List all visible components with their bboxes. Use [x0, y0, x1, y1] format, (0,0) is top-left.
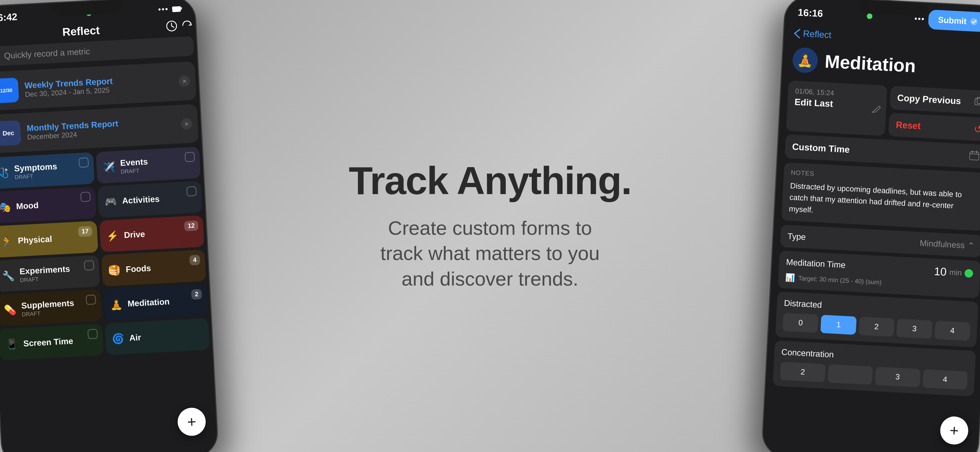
submit-button[interactable]: Submit: [928, 10, 980, 32]
distracted-option-3[interactable]: 3: [896, 319, 932, 339]
category-activities[interactable]: 🎮 Activities: [97, 181, 202, 218]
screen-time-checkbox[interactable]: [88, 329, 98, 339]
mood-checkbox[interactable]: [80, 192, 91, 202]
custom-time-card[interactable]: Custom Time: [784, 134, 980, 169]
right-status-time: 16:16: [797, 7, 823, 20]
chevron-updown-icon: ⌃: [967, 241, 974, 251]
svg-point-12: [918, 18, 920, 20]
search-input[interactable]: Quickly record a metric: [4, 46, 91, 61]
report-icon-month: Dec: [2, 129, 14, 137]
mood-name: Mood: [16, 201, 38, 211]
reset-card[interactable]: Reset ↺: [888, 113, 980, 142]
supplements-checkbox[interactable]: [86, 295, 96, 305]
air-icon: 🌀: [111, 333, 125, 345]
add-fab-right[interactable]: +: [939, 416, 969, 446]
events-sub: DRAFT: [121, 167, 149, 175]
history-icon[interactable]: [166, 20, 178, 33]
copy-previous-card[interactable]: Copy Previous: [889, 86, 980, 115]
svg-rect-4: [180, 7, 182, 10]
screen-time-icon: 📱: [6, 338, 19, 350]
copy-previous-label: Copy Previous: [897, 92, 980, 108]
air-name: Air: [129, 333, 141, 343]
physical-icon: 🏃: [0, 235, 13, 247]
weekly-report-text: Weekly Trends Report Dec 30, 2024 - Jan …: [24, 76, 113, 99]
foods-icon: 🥞: [108, 264, 121, 276]
med-time-label: Meditation Time: [786, 257, 846, 270]
concentration-option-3[interactable]: 3: [875, 367, 920, 388]
reset-label: Reset: [896, 119, 980, 135]
right-status-dot: [867, 13, 873, 19]
target-text: Target: 30 min (25 - 40) (sum): [798, 274, 882, 286]
symptoms-checkbox[interactable]: [78, 157, 89, 167]
foods-badge: 4: [189, 255, 200, 266]
meditation-title: Meditation: [824, 51, 916, 77]
svg-point-11: [915, 18, 916, 20]
category-physical[interactable]: 🏃 Physical 17: [0, 221, 98, 258]
drive-icon: ⚡: [106, 229, 119, 242]
target-icon: 📊: [785, 273, 795, 282]
weekly-report-icon: 12/30: [0, 78, 19, 103]
category-symptoms[interactable]: 🩺 Symptoms DRAFT: [0, 152, 95, 189]
concentration-option-4[interactable]: 4: [922, 369, 968, 390]
activities-checkbox[interactable]: [186, 186, 197, 196]
back-button[interactable]: Reflect: [794, 28, 831, 41]
category-drive[interactable]: ⚡ Drive 12: [99, 215, 204, 252]
monthly-report-text: Monthly Trends Report December 2024: [27, 118, 119, 141]
mood-icon: 🎭: [0, 201, 11, 213]
category-foods[interactable]: 🥞 Foods 4: [101, 250, 206, 286]
submit-label: Submit: [938, 15, 967, 26]
meditation-name: Meditation: [127, 297, 170, 309]
weekly-report-close[interactable]: ✕: [178, 75, 190, 87]
add-fab-left[interactable]: +: [177, 407, 207, 436]
notes-section: NOTES Distracted by upcoming deadlines, …: [781, 162, 980, 231]
checkmark-icon: [970, 18, 978, 25]
experiments-icon: 🔧: [2, 269, 15, 282]
reset-icon: ↺: [974, 123, 980, 135]
svg-point-13: [921, 18, 924, 20]
distracted-option-0[interactable]: 0: [783, 313, 819, 333]
meditation-icon: 🧘: [110, 298, 123, 310]
symptoms-name: Symptoms: [14, 162, 57, 173]
left-phone: 16:42 Reflect: [0, 0, 219, 452]
monthly-report-close[interactable]: ✕: [181, 118, 193, 130]
back-label: Reflect: [803, 29, 831, 41]
custom-time-label: Custom Time: [792, 141, 850, 155]
med-time-value: 10: [934, 265, 947, 279]
activities-name: Activities: [122, 194, 160, 206]
type-value-text: Mindfulness: [920, 238, 965, 250]
category-screen-time[interactable]: 📱 Screen Time: [0, 324, 104, 361]
svg-line-18: [970, 154, 979, 154]
category-events[interactable]: ✈️ Events DRAFT: [96, 147, 200, 184]
category-air[interactable]: 🌀 Air: [105, 318, 210, 355]
svg-rect-17: [969, 152, 979, 160]
distracted-section: Distracted 0 1 2 3 4: [775, 291, 978, 348]
distracted-option-2[interactable]: 2: [858, 317, 894, 337]
events-checkbox[interactable]: [185, 152, 195, 162]
meditation-time-section: Meditation Time 10 min 📊 Target: 30 min …: [778, 250, 980, 299]
events-name: Events: [120, 157, 148, 168]
right-phone: 16:16 Submit Reflect: [761, 0, 980, 452]
category-supplements[interactable]: 💊 Supplements DRAFT: [0, 290, 102, 326]
drive-badge: 12: [184, 220, 198, 231]
main-headline: Track Anything.: [332, 160, 648, 202]
experiments-checkbox[interactable]: [84, 260, 94, 271]
category-mood[interactable]: 🎭 Mood: [0, 186, 96, 223]
right-content: Reflect 🧘 Meditation 01/06, 15:24 Edit L…: [765, 24, 980, 397]
edit-last-card[interactable]: 01/06, 15:24 Edit Last: [786, 81, 888, 136]
category-experiments[interactable]: 🔧 Experiments DRAFT: [0, 255, 100, 292]
foods-name: Foods: [126, 263, 151, 274]
concentration-option-2[interactable]: [827, 364, 873, 385]
screen-time-name: Screen Time: [23, 336, 73, 348]
med-time-value-row: 10 min: [934, 265, 973, 280]
report-icon-date: 12/30: [0, 87, 13, 94]
symptoms-icon: 🩺: [0, 167, 10, 179]
sync-icon[interactable]: [181, 19, 193, 33]
concentration-option-1[interactable]: 2: [780, 361, 826, 382]
distracted-option-1[interactable]: 1: [821, 315, 857, 334]
category-meditation[interactable]: 🧘 Meditation 2: [103, 284, 208, 321]
physical-badge: 17: [78, 226, 92, 237]
weekly-report-card[interactable]: 12/30 Weekly Trends Report Dec 30, 2024 …: [0, 61, 197, 111]
distracted-option-4[interactable]: 4: [934, 321, 970, 341]
monthly-report-card[interactable]: Dec Monthly Trends Report December 2024 …: [0, 104, 199, 153]
edit-pencil-icon: [871, 104, 881, 116]
